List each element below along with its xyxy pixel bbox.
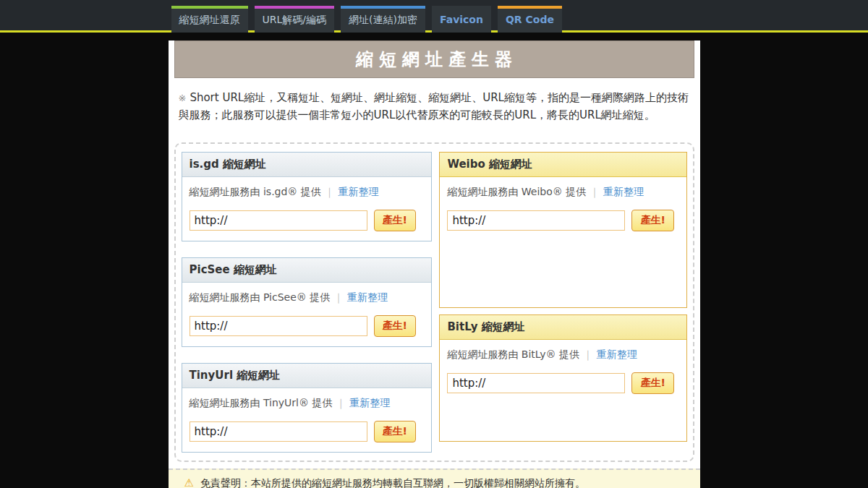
url-input[interactable]: [190, 210, 367, 231]
url-input[interactable]: [190, 316, 367, 336]
bullet-icon: ※: [179, 93, 187, 103]
input-row: 產生!: [447, 372, 678, 394]
generate-button[interactable]: 產生!: [374, 210, 416, 231]
generate-button[interactable]: 產生!: [374, 315, 416, 337]
refresh-link[interactable]: 重新整理: [349, 397, 390, 408]
warning-icon: ⚠: [184, 476, 194, 488]
input-row: 產生!: [190, 421, 425, 442]
card-title: TinyUrl 縮短網址: [182, 364, 432, 388]
separator: ｜: [336, 397, 346, 408]
top-nav-bar: 縮短網址還原 URL解碼/編碼 網址(連結)加密 Favicon QR Code: [0, 0, 868, 30]
shortener-card-isgd: is.gd 縮短網址 縮短網址服務由 is.gd® 提供｜重新整理 產生!: [182, 152, 433, 241]
url-input[interactable]: [190, 421, 367, 442]
input-row: 產生!: [447, 210, 678, 231]
main-content: 縮短網址產生器 ※Short URL縮址，又稱短址、短網址、網址縮短、縮短網址、…: [169, 40, 700, 488]
shortener-cards-section: is.gd 縮短網址 縮短網址服務由 is.gd® 提供｜重新整理 產生! Pi…: [174, 142, 694, 462]
generate-button[interactable]: 產生!: [374, 421, 416, 442]
input-row: 產生!: [190, 315, 425, 337]
url-input[interactable]: [447, 373, 625, 393]
intro-paragraph: ※Short URL縮址，又稱短址、短網址、網址縮短、縮短網址、URL縮短等，指…: [179, 89, 690, 124]
service-text: 縮短網址服務由 BitLy® 提供: [447, 348, 579, 360]
nav-tab-favicon[interactable]: Favicon: [432, 6, 491, 33]
service-line: 縮短網址服務由 BitLy® 提供｜重新整理: [447, 348, 678, 361]
card-title: BitLy 縮短網址: [440, 315, 686, 340]
service-text: 縮短網址服務由 Weibo® 提供: [447, 186, 586, 197]
url-input[interactable]: [447, 210, 625, 231]
generate-button[interactable]: 產生!: [631, 372, 673, 394]
card-title: PicSee 縮短網址: [182, 258, 432, 283]
shortener-card-picsee: PicSee 縮短網址 縮短網址服務由 PicSee® 提供｜重新整理 產生!: [182, 257, 433, 347]
nav-tab-url-decode-encode[interactable]: URL解碼/編碼: [255, 6, 335, 33]
input-row: 產生!: [190, 210, 425, 231]
refresh-link[interactable]: 重新整理: [603, 186, 644, 197]
separator: ｜: [333, 291, 344, 303]
nav-tab-shorturl-restore[interactable]: 縮短網址還原: [171, 6, 248, 33]
service-text: 縮短網址服務由 PicSee® 提供: [190, 291, 331, 303]
shortener-card-tinyurl: TinyUrl 縮短網址 縮短網址服務由 TinyUrl® 提供｜重新整理 產生…: [182, 363, 433, 453]
shortener-card-weibo: Weibo 縮短網址 縮短網址服務由 Weibo® 提供｜重新整理 產生!: [439, 152, 686, 308]
page-title: 縮短網址產生器: [350, 48, 518, 71]
service-text: 縮短網址服務由 TinyUrl® 提供: [190, 397, 333, 408]
card-title: is.gd 縮短網址: [182, 153, 432, 177]
refresh-link[interactable]: 重新整理: [339, 186, 379, 197]
intro-text: Short URL縮址，又稱短址、短網址、網址縮短、縮短網址、URL縮短等，指的…: [179, 91, 689, 121]
separator: ｜: [325, 186, 335, 197]
separator: ｜: [583, 348, 593, 360]
service-line: 縮短網址服務由 is.gd® 提供｜重新整理: [190, 186, 425, 199]
service-line: 縮短網址服務由 PicSee® 提供｜重新整理: [190, 291, 425, 304]
nav-tab-url-encrypt[interactable]: 網址(連結)加密: [341, 6, 425, 33]
disclaimer-text: 免責聲明：本站所提供的縮短網址服務均轉載自互聯網，一切版權歸相關網站所擁有。: [200, 477, 585, 488]
generate-button[interactable]: 產生!: [631, 210, 673, 231]
nav-tab-qrcode[interactable]: QR Code: [498, 6, 562, 33]
refresh-link[interactable]: 重新整理: [597, 348, 637, 360]
shortener-card-bitly: BitLy 縮短網址 縮短網址服務由 BitLy® 提供｜重新整理 產生!: [439, 314, 686, 442]
top-nav-inner: 縮短網址還原 URL解碼/編碼 網址(連結)加密 Favicon QR Code: [169, 0, 700, 33]
right-column: Weibo 縮短網址 縮短網址服務由 Weibo® 提供｜重新整理 產生! Bi…: [439, 152, 686, 453]
service-line: 縮短網址服務由 TinyUrl® 提供｜重新整理: [190, 397, 425, 410]
card-title: Weibo 縮短網址: [440, 153, 686, 177]
page-title-banner: 縮短網址產生器: [174, 40, 694, 78]
service-line: 縮短網址服務由 Weibo® 提供｜重新整理: [447, 186, 678, 199]
service-text: 縮短網址服務由 is.gd® 提供: [190, 186, 321, 197]
refresh-link[interactable]: 重新整理: [347, 291, 388, 303]
left-column: is.gd 縮短網址 縮短網址服務由 is.gd® 提供｜重新整理 產生! Pi…: [182, 152, 433, 453]
disclaimer-footer: ⚠免責聲明：本站所提供的縮短網址服務均轉載自互聯網，一切版權歸相關網站所擁有。: [169, 468, 700, 488]
separator: ｜: [590, 186, 600, 197]
